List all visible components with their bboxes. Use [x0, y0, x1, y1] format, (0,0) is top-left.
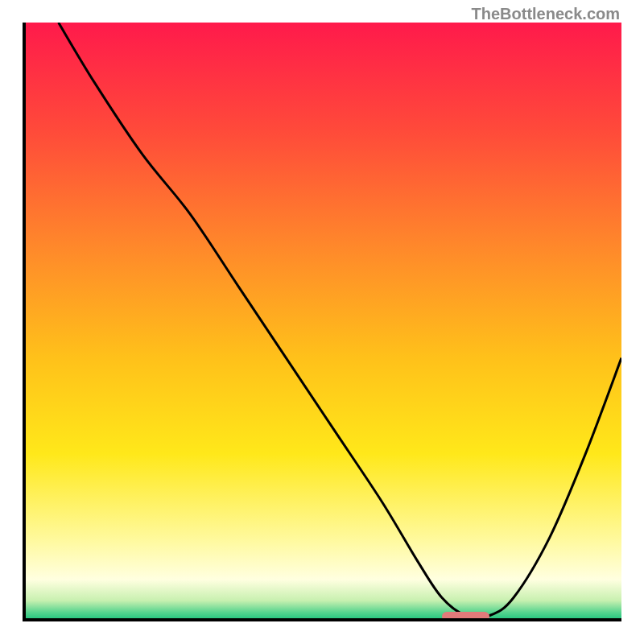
watermark-text: TheBottleneck.com	[472, 5, 620, 23]
bottleneck-curve-line	[59, 23, 621, 617]
plot-area	[23, 23, 621, 621]
curve-layer	[23, 23, 621, 621]
optimal-range-marker	[442, 612, 490, 621]
bottleneck-chart: TheBottleneck.com	[0, 0, 644, 644]
